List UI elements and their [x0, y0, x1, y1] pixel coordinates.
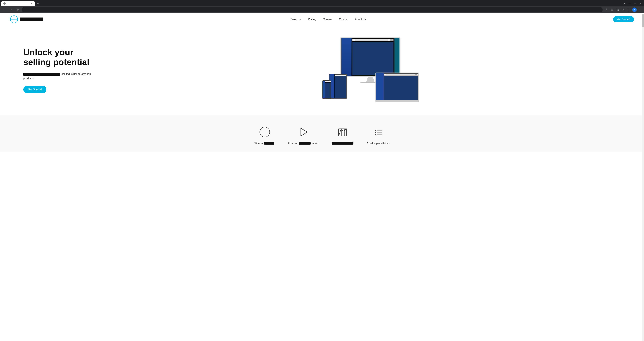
close-window-button[interactable]: ✕ [638, 1, 643, 6]
nav-contact[interactable]: Contact [339, 18, 348, 21]
hero-desc-redacted [23, 73, 60, 76]
laptop-sidebar [376, 73, 384, 100]
svg-point-8 [375, 130, 376, 131]
svg-point-10 [375, 132, 376, 133]
extensions-icon[interactable] [615, 7, 620, 12]
website-content: Solutions Pricing Careers Contact About … [0, 13, 644, 341]
nav-solutions[interactable]: Solutions [290, 18, 302, 21]
svg-rect-3 [618, 10, 619, 11]
hero-text: Unlock your selling potential sell indus… [23, 47, 100, 94]
nav-links: Solutions Pricing Careers Contact About … [290, 18, 366, 21]
svg-point-6 [260, 127, 270, 137]
hero-title: Unlock your selling potential [23, 47, 100, 67]
play-icon [297, 126, 310, 139]
phone-screen [322, 80, 331, 99]
feature-item-3 [332, 126, 354, 145]
monitor-main [352, 38, 394, 76]
feature-label-1: What is [254, 142, 275, 145]
new-tab-button[interactable]: + [35, 1, 40, 6]
feature-label-redacted-3 [332, 142, 354, 144]
feature-item-4: Roadmap and News [367, 126, 390, 145]
browser-tab-bar: ✕ + ▾ — □ ✕ [0, 0, 644, 6]
feature-label-3 [332, 142, 354, 145]
window-controls: ▾ — □ ✕ [622, 1, 643, 6]
tablet-screen [329, 74, 347, 99]
device-group [322, 37, 419, 104]
svg-rect-1 [618, 9, 619, 10]
svg-rect-2 [617, 10, 618, 11]
tab-close-button[interactable]: ✕ [30, 2, 33, 5]
logo-name [20, 18, 43, 21]
reload-button[interactable]: ↻ [15, 7, 20, 12]
toolbar-actions: ⤴ ☆ ≡ ◫ N ⋮ [604, 7, 642, 12]
feature-label-2: How our works [288, 142, 318, 145]
svg-point-12 [375, 134, 376, 135]
bookmark-icon[interactable]: ☆ [610, 7, 614, 12]
nav-about[interactable]: About Us [355, 18, 366, 21]
monitor-screen [340, 37, 400, 77]
phone-main [325, 81, 331, 98]
collections-icon[interactable]: ≡ [621, 7, 626, 12]
list-icon [372, 126, 385, 139]
scrollbar-thumb[interactable] [642, 14, 644, 27]
feature-label-4: Roadmap and News [367, 142, 390, 145]
monitor-sidebar [342, 38, 352, 76]
monitor-topbar [352, 39, 394, 41]
share-icon[interactable]: ⤴ [604, 7, 609, 12]
back-button[interactable]: ← [2, 7, 7, 12]
browser-chrome: ✕ + ▾ — □ ✕ ← → ↻ ⤴ ☆ ≡ ◫ [0, 0, 644, 13]
laptop-device [376, 72, 419, 102]
hero-get-started-button[interactable]: Get Started [23, 86, 46, 94]
hero-visual [107, 35, 634, 106]
feature-label-redacted-2 [299, 142, 310, 144]
monitor-stand [366, 77, 374, 82]
monitor-screen-inner [342, 38, 400, 76]
topbar-dot [353, 40, 354, 40]
menu-icon[interactable]: ⋮ [638, 7, 642, 12]
active-tab[interactable]: ✕ [1, 1, 35, 6]
maximize-button[interactable]: □ [633, 1, 637, 6]
phone-device [322, 80, 331, 99]
feature-item-1: What is [254, 126, 275, 145]
nav-get-started-button[interactable]: Get Started [613, 16, 634, 22]
minimize-button[interactable]: — [627, 1, 632, 6]
feature-label-redacted-1 [264, 142, 274, 144]
laptop-base [376, 100, 419, 102]
address-bar[interactable] [22, 7, 603, 12]
tab-favicon [3, 2, 6, 5]
map-icon [336, 126, 349, 139]
feature-item-2: How our works [288, 126, 318, 145]
phone-sidebar [322, 81, 325, 98]
tablet-main [334, 74, 346, 98]
profile-avatar[interactable]: N [632, 8, 637, 12]
hero-description: sell industrial automation products. [23, 72, 100, 80]
feature-label-prefix-1: What is [254, 142, 263, 144]
tablet-device [329, 74, 347, 99]
tab-dropdown-button[interactable]: ▾ [622, 1, 627, 6]
site-navigation: Solutions Pricing Careers Contact About … [0, 13, 644, 25]
nav-careers[interactable]: Careers [323, 18, 332, 21]
browser-toolbar: ← → ↻ ⤴ ☆ ≡ ◫ N ⋮ [0, 6, 644, 13]
scrollbar[interactable] [642, 13, 644, 341]
feature-label-prefix-2: How our [288, 142, 298, 144]
hero-section: Unlock your selling potential sell indus… [0, 25, 644, 116]
features-section: What is How our works [0, 116, 644, 152]
feature-label-suffix-2: works [312, 142, 318, 144]
circle-icon [258, 126, 272, 139]
laptop-main [384, 73, 418, 100]
forward-button[interactable]: → [8, 7, 14, 12]
svg-rect-0 [617, 9, 618, 10]
logo-icon [10, 15, 18, 23]
nav-pricing[interactable]: Pricing [308, 18, 316, 21]
logo-area [10, 15, 43, 23]
sidebar-icon[interactable]: ◫ [627, 7, 631, 12]
laptop-screen [376, 72, 419, 100]
